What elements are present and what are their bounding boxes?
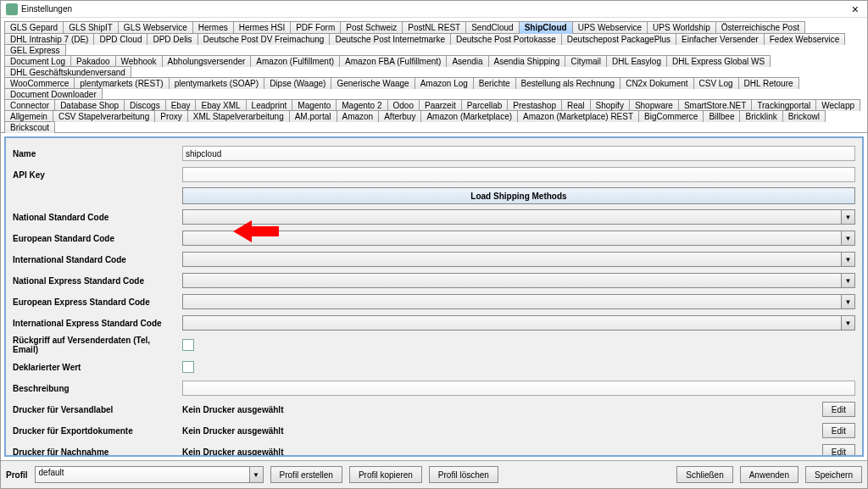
tab-afterbuy[interactable]: Afterbuy bbox=[378, 110, 421, 122]
tab-shopware[interactable]: Shopware bbox=[629, 99, 679, 111]
tab-ups-webservice[interactable]: UPS Webservice bbox=[572, 21, 648, 34]
tab-document-downloader[interactable]: Document Downloader bbox=[4, 88, 103, 100]
tab-bigcommerce[interactable]: BigCommerce bbox=[638, 110, 704, 122]
tab-amazon[interactable]: Amazon bbox=[337, 110, 380, 122]
tab-sendcloud[interactable]: SendCloud bbox=[465, 21, 519, 34]
tab-dhl-gesch-ftskundenversand[interactable]: DHL Geschäftskundenversand bbox=[4, 66, 131, 78]
tab-real[interactable]: Real bbox=[561, 99, 591, 111]
profil-select[interactable]: default ▼ bbox=[35, 466, 264, 483]
name-input[interactable] bbox=[182, 146, 855, 161]
tab-postnl-rest[interactable]: PostNL REST bbox=[402, 21, 466, 34]
tab-webhook[interactable]: Webhook bbox=[115, 55, 163, 67]
tab-gls-shipit[interactable]: GLS ShipIT bbox=[63, 21, 119, 34]
tab-magento[interactable]: Magento bbox=[292, 99, 337, 111]
tab-amazon-log[interactable]: Amazon Log bbox=[415, 77, 474, 89]
tab-shipcloud[interactable]: ShipCloud bbox=[519, 21, 573, 34]
profil-erstellen-button[interactable]: Profil erstellen bbox=[270, 466, 342, 483]
tab-odoo[interactable]: Odoo bbox=[387, 99, 420, 111]
tab-woocommerce[interactable]: WooCommerce bbox=[4, 77, 75, 89]
tab-pdf-form[interactable]: PDF Form bbox=[290, 21, 341, 34]
export-edit-button[interactable]: Edit bbox=[822, 423, 855, 438]
european-express-code-select[interactable]: ▼ bbox=[182, 294, 855, 309]
tab-amazon-fulfillment-[interactable]: Amazon (Fulfillment) bbox=[250, 55, 340, 67]
tab-weclapp[interactable]: Weclapp bbox=[815, 99, 860, 111]
tab-amazon-marketplace-rest[interactable]: Amazon (Marketplace) REST bbox=[517, 110, 639, 122]
tab-abholungsversender[interactable]: Abholungsversender bbox=[162, 55, 252, 67]
tab-parcellab[interactable]: Parcellab bbox=[461, 99, 509, 111]
tab-document-log[interactable]: Document Log bbox=[4, 55, 71, 67]
tab-brickowl[interactable]: Brickowl bbox=[782, 110, 826, 122]
tab-dhl-retoure[interactable]: DHL Retoure bbox=[738, 77, 799, 89]
tab-citymail[interactable]: Citymail bbox=[565, 55, 607, 67]
tab-connector[interactable]: Connector bbox=[4, 99, 55, 111]
load-shipping-methods-button[interactable]: Load Shipping Methods bbox=[182, 187, 855, 204]
international-express-code-select[interactable]: ▼ bbox=[182, 315, 855, 331]
tab-ebay-xml[interactable]: Ebay XML bbox=[195, 99, 246, 111]
tab-leadprint[interactable]: Leadprint bbox=[246, 99, 293, 111]
tab-deutsche-post-internetmarke[interactable]: Deutsche Post Internetmarke bbox=[329, 33, 451, 45]
international-standard-code-select[interactable]: ▼ bbox=[182, 252, 855, 267]
national-standard-code-select[interactable]: ▼ bbox=[182, 209, 855, 225]
tab-einfacher-versender[interactable]: Einfacher Versender bbox=[676, 33, 765, 45]
tab-xml-stapelverarbeitung[interactable]: XML Stapelverarbeitung bbox=[187, 110, 290, 122]
beschreibung-input[interactable] bbox=[182, 381, 855, 396]
tab-gls-webservice[interactable]: GLS Webservice bbox=[118, 21, 193, 34]
tab-discogs[interactable]: Discogs bbox=[124, 99, 166, 111]
deklarierter-wert-checkbox[interactable] bbox=[182, 361, 194, 373]
tab-hermes[interactable]: Hermes bbox=[192, 21, 234, 34]
tab-shopify[interactable]: Shopify bbox=[590, 99, 630, 111]
tab-prestashop[interactable]: Prestashop bbox=[507, 99, 562, 111]
profil-loeschen-button[interactable]: Profil löschen bbox=[429, 466, 498, 483]
tab-proxy[interactable]: Proxy bbox=[154, 110, 188, 122]
tab-deutschepost-packageplus[interactable]: Deutschepost PackagePlus bbox=[561, 33, 676, 45]
anwenden-button[interactable]: Anwenden bbox=[740, 466, 798, 483]
apikey-input[interactable] bbox=[182, 167, 855, 182]
tab-fedex-webservice[interactable]: Fedex Webservice bbox=[764, 33, 846, 45]
tab-smartstore-net[interactable]: SmartStore.NET bbox=[678, 99, 752, 111]
tab-dipse-waage-[interactable]: Dipse (Waage) bbox=[264, 77, 331, 89]
tab-deutsche-post-dv-freimachung[interactable]: Deutsche Post DV Freimachung bbox=[198, 33, 331, 45]
tab-am-portal[interactable]: AM.portal bbox=[289, 110, 337, 122]
tab-cn2x-dokument[interactable]: CN2x Dokument bbox=[620, 77, 693, 89]
tab-trackingportal[interactable]: Trackingportal bbox=[751, 99, 816, 111]
national-express-code-select[interactable]: ▼ bbox=[182, 273, 855, 288]
tab-asendia-shipping[interactable]: Asendia Shipping bbox=[488, 55, 566, 67]
versandlabel-edit-button[interactable]: Edit bbox=[822, 402, 855, 417]
tab-generische-waage[interactable]: Generische Waage bbox=[331, 77, 415, 89]
tab-deutsche-post-portokasse[interactable]: Deutsche Post Portokasse bbox=[450, 33, 562, 45]
tab-plentymarkets-rest-[interactable]: plentymarkets (REST) bbox=[74, 77, 169, 89]
tab-brickscout[interactable]: Brickscout bbox=[4, 121, 55, 133]
tab-plentymarkets-soap-[interactable]: plentymarkets (SOAP) bbox=[169, 77, 264, 89]
tab-pakadoo[interactable]: Pakadoo bbox=[70, 55, 115, 67]
tab-hermes-hsi[interactable]: Hermes HSI bbox=[233, 21, 291, 34]
tab-paarzeit[interactable]: Paarzeit bbox=[419, 99, 462, 111]
tab-ebay[interactable]: Ebay bbox=[165, 99, 197, 111]
tab-allgemein[interactable]: Allgemein bbox=[4, 110, 53, 122]
tab-dhl-intraship-7-de-[interactable]: DHL Intraship 7 (DE) bbox=[4, 33, 94, 45]
european-standard-code-select[interactable]: ▼ bbox=[182, 231, 855, 246]
tab-magento-2[interactable]: Magento 2 bbox=[336, 99, 387, 111]
ruckgriff-checkbox[interactable] bbox=[182, 339, 194, 351]
tab-berichte[interactable]: Berichte bbox=[473, 77, 516, 89]
tab-dpd-delis[interactable]: DPD Delis bbox=[147, 33, 198, 45]
schliessen-button[interactable]: Schließen bbox=[676, 466, 732, 483]
tab-database-shop[interactable]: Database Shop bbox=[54, 99, 125, 111]
tab-amazon-fba-fulfillment-[interactable]: Amazon FBA (Fulfillment) bbox=[339, 55, 447, 67]
tab-ups-worldship[interactable]: UPS Worldship bbox=[647, 21, 716, 34]
tab-bricklink[interactable]: Bricklink bbox=[739, 110, 782, 122]
profil-kopieren-button[interactable]: Profil kopieren bbox=[349, 466, 422, 483]
tab-amazon-marketplace-[interactable]: Amazon (Marketplace) bbox=[420, 110, 518, 122]
tab--sterreichische-post[interactable]: Österreichische Post bbox=[715, 21, 805, 34]
tab-gls-gepard[interactable]: GLS Gepard bbox=[4, 21, 64, 34]
tab-billbee[interactable]: Billbee bbox=[703, 110, 740, 122]
tab-asendia[interactable]: Asendia bbox=[446, 55, 488, 67]
tab-csv-stapelverarbeitung[interactable]: CSV Stapelverarbeitung bbox=[53, 110, 155, 122]
nachnahme-edit-button[interactable]: Edit bbox=[822, 444, 855, 457]
tab-dhl-express-global-ws[interactable]: DHL Express Global WS bbox=[666, 55, 771, 67]
tab-csv-log[interactable]: CSV Log bbox=[693, 77, 739, 89]
speichern-button[interactable]: Speichern bbox=[805, 466, 862, 483]
tab-gel-express[interactable]: GEL Express bbox=[4, 44, 66, 56]
tab-post-schweiz[interactable]: Post Schweiz bbox=[340, 21, 403, 34]
close-icon[interactable]: × bbox=[849, 3, 862, 16]
tab-dpd-cloud[interactable]: DPD Cloud bbox=[93, 33, 147, 45]
